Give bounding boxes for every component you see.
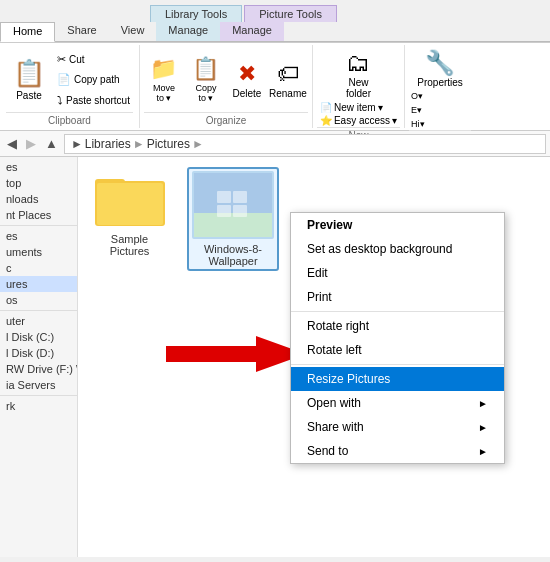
ctx-open-with[interactable]: Open with ► — [291, 391, 504, 415]
paste-shortcut-button[interactable]: ⤵ Paste shortcut — [54, 93, 133, 107]
title-bar: Library Tools Picture Tools Home Share V… — [0, 0, 550, 43]
sidebar-item[interactable]: es — [0, 159, 77, 175]
main-area: es top nloads nt Places es uments c ures… — [0, 157, 550, 557]
copy-path-icon: 📄 — [57, 73, 71, 86]
open-btn2[interactable]: E▾ — [409, 104, 471, 116]
tab-view[interactable]: View — [109, 22, 157, 41]
organize-label: Organize — [144, 112, 308, 126]
ctx-sep1 — [291, 311, 504, 312]
ribbon-new-group: 🗂 Newfolder 📄 New item ▾ ⭐ Easy access ▾… — [313, 45, 405, 128]
sidebar-item[interactable]: RW Drive (F:) W — [0, 361, 77, 377]
svg-rect-6 — [194, 213, 272, 237]
pictures-crumb[interactable]: Pictures — [147, 137, 190, 151]
context-menu: Preview Set as desktop background Edit P… — [290, 212, 505, 464]
svg-rect-2 — [97, 183, 163, 225]
open-btn1[interactable]: O▾ — [409, 90, 471, 102]
cut-icon: ✂ — [57, 53, 66, 66]
ribbon-open-group: 🔧 Properties O▾ E▾ Hi▾ Open — [405, 45, 475, 128]
copy-to-button[interactable]: 📋 Copyto ▾ — [186, 47, 226, 112]
ctx-rotate-right[interactable]: Rotate right — [291, 314, 504, 338]
library-tools-label: Library Tools — [150, 5, 242, 22]
svg-rect-7 — [217, 191, 231, 203]
nav-up-button[interactable]: ▲ — [42, 136, 61, 151]
properties-icon: 🔧 — [425, 49, 455, 77]
sidebar: es top nloads nt Places es uments c ures… — [0, 157, 78, 557]
paste-icon: 📋 — [13, 58, 45, 89]
ctx-open-with-arrow: ► — [478, 398, 488, 409]
new-item-button[interactable]: 📄 New item ▾ — [317, 101, 400, 114]
ctx-edit[interactable]: Edit — [291, 261, 504, 285]
svg-rect-8 — [233, 191, 247, 203]
ctx-rotate-left[interactable]: Rotate left — [291, 338, 504, 362]
ctx-send-to-arrow: ► — [478, 446, 488, 457]
ctx-set-desktop[interactable]: Set as desktop background — [291, 237, 504, 261]
sidebar-item[interactable]: l Disk (D:) — [0, 345, 77, 361]
properties-button[interactable]: 🔧 Properties — [409, 47, 471, 90]
ctx-share-with-arrow: ► — [478, 422, 488, 433]
sidebar-item[interactable]: top — [0, 175, 77, 191]
sidebar-item[interactable]: l Disk (C:) — [0, 329, 77, 345]
move-to-button[interactable]: 📁 Moveto ▾ — [144, 47, 184, 112]
rename-button[interactable]: 🏷 Rename — [268, 47, 308, 112]
picture-tools-label: Picture Tools — [244, 5, 337, 22]
sidebar-item[interactable]: c — [0, 260, 77, 276]
windows8-wallpaper-label: Windows-8-Wallpaper — [191, 243, 275, 267]
sidebar-item-pictures[interactable]: ures — [0, 276, 77, 292]
tab-share[interactable]: Share — [55, 22, 108, 41]
sidebar-item[interactable]: ia Servers — [0, 377, 77, 393]
ctx-resize-pictures[interactable]: Resize Pictures — [291, 367, 504, 391]
svg-rect-10 — [233, 205, 247, 217]
address-arrow: ► — [71, 137, 83, 151]
rename-icon: 🏷 — [277, 61, 299, 87]
nav-back-button[interactable]: ◀ — [4, 136, 20, 151]
ribbon: 📋 Paste ✂ Cut 📄 Copy path ⤵ Paste shortc… — [0, 43, 550, 131]
clipboard-label: Clipboard — [6, 112, 133, 126]
open-btn3[interactable]: Hi▾ — [409, 118, 471, 130]
ctx-send-to[interactable]: Send to ► — [291, 439, 504, 463]
easy-access-icon: ⭐ — [320, 115, 332, 126]
paste-button[interactable]: 📋 Paste — [6, 47, 52, 112]
sidebar-item[interactable]: es — [0, 228, 77, 244]
svg-rect-9 — [217, 205, 231, 217]
copy-to-icon: 📋 — [192, 56, 219, 82]
new-folder-button[interactable]: 🗂 Newfolder — [317, 47, 400, 101]
svg-marker-11 — [166, 336, 306, 372]
move-to-icon: 📁 — [150, 56, 177, 82]
ribbon-organize-group: 📁 Moveto ▾ 📋 Copyto ▾ ✖ Delete 🏷 Rename … — [140, 45, 313, 128]
windows8-wallpaper-item[interactable]: Windows-8-Wallpaper — [187, 167, 279, 271]
sidebar-item[interactable]: rk — [0, 398, 77, 414]
sidebar-item[interactable]: nloads — [0, 191, 77, 207]
tab-manage-library[interactable]: Manage — [156, 22, 220, 41]
address-path: ► Libraries ► Pictures ► — [64, 134, 546, 154]
new-folder-icon: 🗂 — [346, 49, 370, 77]
folder-icon — [95, 171, 165, 229]
ribbon-clipboard-group: 📋 Paste ✂ Cut 📄 Copy path ⤵ Paste shortc… — [0, 45, 140, 128]
sidebar-item[interactable]: os — [0, 292, 77, 308]
sidebar-item[interactable]: uments — [0, 244, 77, 260]
sidebar-item[interactable]: uter — [0, 313, 77, 329]
easy-access-button[interactable]: ⭐ Easy access ▾ — [317, 114, 400, 127]
ctx-print[interactable]: Print — [291, 285, 504, 309]
paste-shortcut-icon: ⤵ — [57, 94, 63, 106]
sidebar-item[interactable]: nt Places — [0, 207, 77, 223]
image-file-icon — [192, 171, 274, 239]
address-bar: ◀ ▶ ▲ ► Libraries ► Pictures ► — [0, 131, 550, 157]
ctx-sep2 — [291, 364, 504, 365]
content-area: Sample Pictures Windows-8-Wallpaper — [78, 157, 550, 557]
cut-button[interactable]: ✂ Cut — [54, 52, 133, 67]
copy-path-button[interactable]: 📄 Copy path — [54, 72, 133, 87]
nav-forward-button[interactable]: ▶ — [23, 136, 39, 151]
tab-home[interactable]: Home — [0, 22, 55, 42]
ctx-preview[interactable]: Preview — [291, 213, 504, 237]
red-arrow — [166, 332, 306, 379]
libraries-crumb[interactable]: Libraries — [85, 137, 131, 151]
open-col2: O▾ E▾ Hi▾ — [409, 90, 471, 130]
tab-manage-picture[interactable]: Manage — [220, 22, 284, 41]
sample-pictures-item[interactable]: Sample Pictures — [88, 167, 171, 261]
sample-pictures-label: Sample Pictures — [92, 233, 167, 257]
ctx-share-with[interactable]: Share with ► — [291, 415, 504, 439]
delete-icon: ✖ — [238, 61, 256, 87]
delete-button[interactable]: ✖ Delete — [228, 47, 266, 112]
new-item-icon: 📄 — [320, 102, 332, 113]
